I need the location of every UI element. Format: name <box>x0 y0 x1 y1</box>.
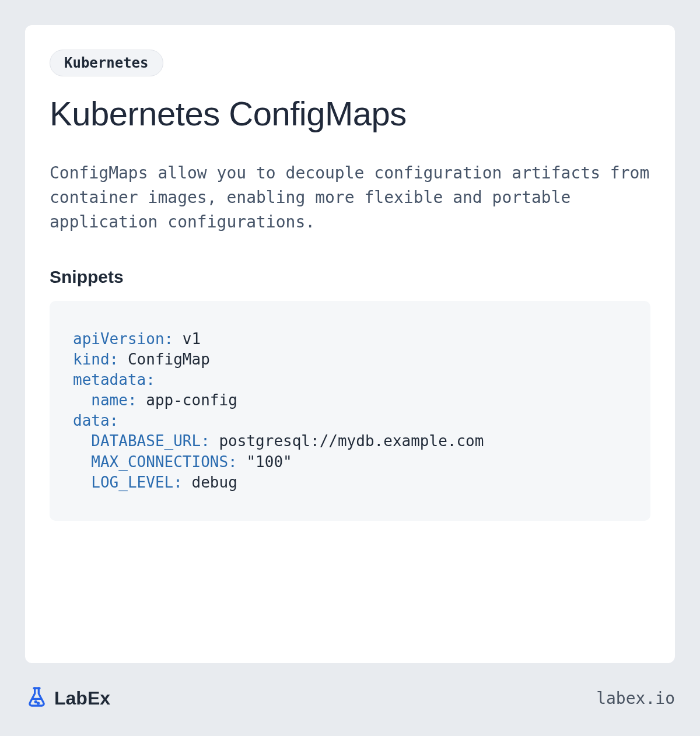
svg-point-1 <box>38 703 39 704</box>
site-url: labex.io <box>596 689 675 708</box>
snippets-heading: Snippets <box>50 267 650 287</box>
category-tag: Kubernetes <box>50 50 163 76</box>
footer: LabEx labex.io <box>25 685 675 711</box>
brand-name: LabEx <box>54 688 110 709</box>
brand: LabEx <box>25 685 110 711</box>
flask-icon <box>25 685 48 711</box>
code-snippet: apiVersion: v1 kind: ConfigMap metadata:… <box>50 301 650 521</box>
page-title: Kubernetes ConfigMaps <box>50 94 650 133</box>
content-card: Kubernetes Kubernetes ConfigMaps ConfigM… <box>25 25 675 663</box>
description-text: ConfigMaps allow you to decouple configu… <box>50 161 650 234</box>
svg-point-0 <box>35 701 36 702</box>
